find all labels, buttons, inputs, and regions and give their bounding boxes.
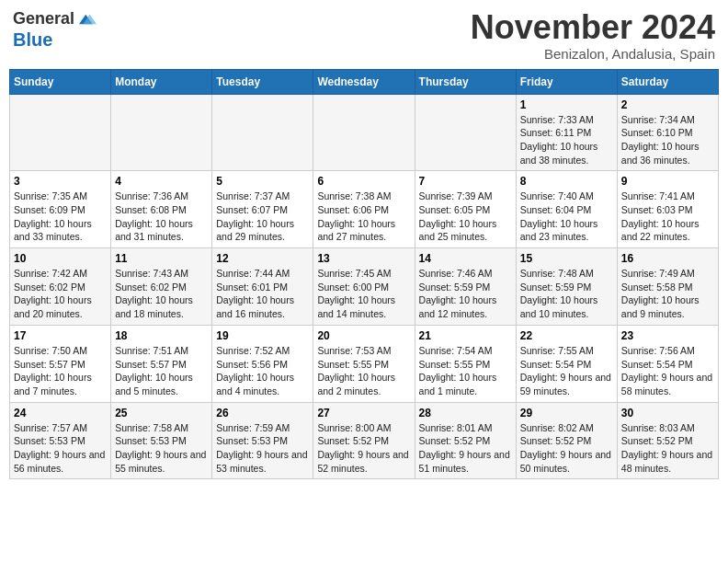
calendar-body: 1Sunrise: 7:33 AM Sunset: 6:11 PM Daylig… — [10, 94, 719, 479]
weekday-header-wednesday: Wednesday — [313, 69, 415, 94]
day-number: 17 — [14, 329, 107, 342]
week-row-1: 3Sunrise: 7:35 AM Sunset: 6:09 PM Daylig… — [10, 171, 719, 248]
weekday-header-tuesday: Tuesday — [212, 69, 313, 94]
day-info: Sunrise: 7:57 AM Sunset: 5:53 PM Dayligh… — [14, 421, 107, 476]
day-info: Sunrise: 7:48 AM Sunset: 5:59 PM Dayligh… — [520, 267, 613, 321]
logo: General Blue — [13, 9, 97, 50]
day-number: 14 — [419, 252, 512, 265]
day-cell: 13Sunrise: 7:45 AM Sunset: 6:00 PM Dayli… — [313, 248, 415, 326]
day-number: 30 — [621, 407, 714, 419]
day-cell: 21Sunrise: 7:54 AM Sunset: 5:55 PM Dayli… — [415, 325, 516, 402]
day-number: 15 — [520, 252, 613, 265]
day-cell: 8Sunrise: 7:40 AM Sunset: 6:04 PM Daylig… — [516, 171, 617, 248]
day-cell: 15Sunrise: 7:48 AM Sunset: 5:59 PM Dayli… — [516, 248, 617, 326]
day-cell: 17Sunrise: 7:50 AM Sunset: 5:57 PM Dayli… — [10, 325, 111, 402]
weekday-header-sunday: Sunday — [10, 69, 111, 94]
day-number: 23 — [621, 329, 714, 342]
day-info: Sunrise: 7:59 AM Sunset: 5:53 PM Dayligh… — [216, 421, 309, 476]
day-info: Sunrise: 7:44 AM Sunset: 6:01 PM Dayligh… — [216, 267, 309, 321]
day-cell: 29Sunrise: 8:02 AM Sunset: 5:52 PM Dayli… — [516, 402, 617, 479]
weekday-header-row: SundayMondayTuesdayWednesdayThursdayFrid… — [10, 69, 719, 94]
logo-icon — [76, 9, 97, 29]
day-number: 5 — [216, 175, 309, 188]
day-info: Sunrise: 7:55 AM Sunset: 5:54 PM Dayligh… — [520, 344, 613, 398]
day-cell: 26Sunrise: 7:59 AM Sunset: 5:53 PM Dayli… — [212, 402, 313, 479]
day-cell: 11Sunrise: 7:43 AM Sunset: 6:02 PM Dayli… — [111, 248, 212, 326]
day-cell: 6Sunrise: 7:38 AM Sunset: 6:06 PM Daylig… — [313, 171, 415, 248]
logo-text-general: General — [13, 10, 74, 29]
day-cell: 2Sunrise: 7:34 AM Sunset: 6:10 PM Daylig… — [617, 94, 718, 171]
day-cell: 30Sunrise: 8:03 AM Sunset: 5:52 PM Dayli… — [617, 402, 718, 479]
day-number: 13 — [317, 252, 410, 265]
day-number: 8 — [520, 175, 613, 188]
day-info: Sunrise: 7:33 AM Sunset: 6:11 PM Dayligh… — [520, 113, 613, 167]
day-cell: 25Sunrise: 7:58 AM Sunset: 5:53 PM Dayli… — [111, 402, 212, 479]
day-info: Sunrise: 8:03 AM Sunset: 5:52 PM Dayligh… — [621, 421, 714, 476]
day-number: 27 — [317, 407, 410, 419]
day-cell: 4Sunrise: 7:36 AM Sunset: 6:08 PM Daylig… — [111, 171, 212, 248]
day-cell: 20Sunrise: 7:53 AM Sunset: 5:55 PM Dayli… — [313, 325, 415, 402]
day-cell: 27Sunrise: 8:00 AM Sunset: 5:52 PM Dayli… — [313, 402, 415, 479]
day-info: Sunrise: 7:37 AM Sunset: 6:07 PM Dayligh… — [216, 190, 309, 244]
calendar-table: SundayMondayTuesdayWednesdayThursdayFrid… — [9, 69, 719, 480]
day-info: Sunrise: 7:51 AM Sunset: 5:57 PM Dayligh… — [115, 344, 208, 398]
day-cell: 22Sunrise: 7:55 AM Sunset: 5:54 PM Dayli… — [516, 325, 617, 402]
day-info: Sunrise: 7:45 AM Sunset: 6:00 PM Dayligh… — [317, 267, 410, 321]
weekday-header-monday: Monday — [111, 69, 212, 94]
day-info: Sunrise: 8:02 AM Sunset: 5:52 PM Dayligh… — [520, 421, 613, 476]
day-info: Sunrise: 7:40 AM Sunset: 6:04 PM Dayligh… — [520, 190, 613, 244]
day-info: Sunrise: 7:42 AM Sunset: 6:02 PM Dayligh… — [14, 267, 107, 321]
day-number: 10 — [14, 252, 107, 265]
day-number: 4 — [115, 175, 208, 188]
day-info: Sunrise: 7:35 AM Sunset: 6:09 PM Dayligh… — [14, 190, 107, 244]
week-row-0: 1Sunrise: 7:33 AM Sunset: 6:11 PM Daylig… — [10, 94, 719, 171]
weekday-header-saturday: Saturday — [617, 69, 718, 94]
day-cell: 7Sunrise: 7:39 AM Sunset: 6:05 PM Daylig… — [415, 171, 516, 248]
day-number: 25 — [115, 407, 208, 419]
day-info: Sunrise: 7:36 AM Sunset: 6:08 PM Dayligh… — [115, 190, 208, 244]
day-number: 26 — [216, 407, 309, 419]
day-cell: 5Sunrise: 7:37 AM Sunset: 6:07 PM Daylig… — [212, 171, 313, 248]
day-info: Sunrise: 7:46 AM Sunset: 5:59 PM Dayligh… — [419, 267, 512, 321]
day-info: Sunrise: 8:01 AM Sunset: 5:52 PM Dayligh… — [419, 421, 512, 476]
weekday-header-thursday: Thursday — [415, 69, 516, 94]
day-cell: 10Sunrise: 7:42 AM Sunset: 6:02 PM Dayli… — [10, 248, 111, 326]
week-row-3: 17Sunrise: 7:50 AM Sunset: 5:57 PM Dayli… — [10, 325, 719, 402]
day-cell: 24Sunrise: 7:57 AM Sunset: 5:53 PM Dayli… — [10, 402, 111, 479]
day-info: Sunrise: 7:53 AM Sunset: 5:55 PM Dayligh… — [317, 344, 410, 398]
day-cell: 1Sunrise: 7:33 AM Sunset: 6:11 PM Daylig… — [516, 94, 617, 171]
day-info: Sunrise: 7:34 AM Sunset: 6:10 PM Dayligh… — [621, 113, 714, 167]
day-info: Sunrise: 7:56 AM Sunset: 5:54 PM Dayligh… — [621, 344, 714, 398]
day-number: 22 — [520, 329, 613, 342]
day-number: 3 — [14, 175, 107, 188]
day-number: 24 — [14, 407, 107, 419]
day-number: 1 — [520, 98, 613, 111]
day-number: 19 — [216, 329, 309, 342]
day-number: 28 — [419, 407, 512, 419]
day-info: Sunrise: 7:38 AM Sunset: 6:06 PM Dayligh… — [317, 190, 410, 244]
page-header: General Blue November 2024 Benizalon, An… — [9, 9, 719, 62]
day-number: 12 — [216, 252, 309, 265]
day-info: Sunrise: 7:49 AM Sunset: 5:58 PM Dayligh… — [621, 267, 714, 321]
day-number: 2 — [621, 98, 714, 111]
day-number: 11 — [115, 252, 208, 265]
day-number: 20 — [317, 329, 410, 342]
day-number: 7 — [419, 175, 512, 188]
day-info: Sunrise: 7:58 AM Sunset: 5:53 PM Dayligh… — [115, 421, 208, 476]
day-number: 9 — [621, 175, 714, 188]
day-cell: 19Sunrise: 7:52 AM Sunset: 5:56 PM Dayli… — [212, 325, 313, 402]
day-cell: 16Sunrise: 7:49 AM Sunset: 5:58 PM Dayli… — [617, 248, 718, 326]
day-info: Sunrise: 7:54 AM Sunset: 5:55 PM Dayligh… — [419, 344, 512, 398]
day-cell — [212, 94, 313, 171]
day-info: Sunrise: 8:00 AM Sunset: 5:52 PM Dayligh… — [317, 421, 410, 476]
day-cell — [10, 94, 111, 171]
day-cell: 9Sunrise: 7:41 AM Sunset: 6:03 PM Daylig… — [617, 171, 718, 248]
day-cell — [415, 94, 516, 171]
day-cell: 3Sunrise: 7:35 AM Sunset: 6:09 PM Daylig… — [10, 171, 111, 248]
day-number: 6 — [317, 175, 410, 188]
day-cell — [313, 94, 415, 171]
day-number: 18 — [115, 329, 208, 342]
day-info: Sunrise: 7:41 AM Sunset: 6:03 PM Dayligh… — [621, 190, 714, 244]
day-number: 21 — [419, 329, 512, 342]
week-row-2: 10Sunrise: 7:42 AM Sunset: 6:02 PM Dayli… — [10, 248, 719, 326]
